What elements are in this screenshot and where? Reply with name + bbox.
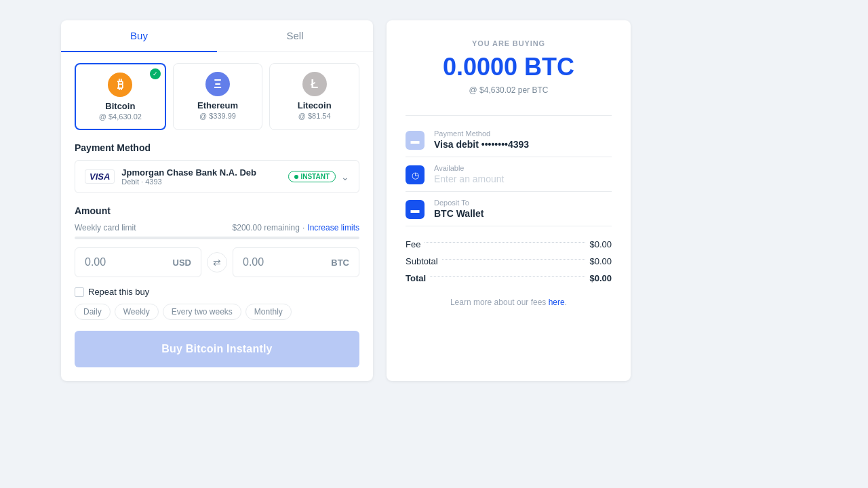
eth-icon: Ξ bbox=[205, 72, 230, 96]
total-label: Total bbox=[406, 273, 426, 283]
tab-bar: Buy Sell bbox=[61, 20, 373, 52]
fee-label: Fee bbox=[406, 239, 420, 249]
ltc-price: @ $81.54 bbox=[277, 112, 352, 120]
tab-sell[interactable]: Sell bbox=[217, 20, 373, 52]
summary-available-row: ◷ Available Enter an amount bbox=[406, 157, 612, 192]
subtotal-row: Subtotal $0.00 bbox=[406, 253, 612, 270]
clock-icon: ◷ bbox=[412, 170, 419, 180]
repeat-row: Repeat this buy Daily Weekly Every two w… bbox=[75, 287, 359, 320]
wallet-icon: ▬ bbox=[411, 205, 420, 215]
weekly-limit-label: Weekly card limit bbox=[75, 223, 136, 232]
instant-badge: INSTANT bbox=[288, 171, 336, 182]
summary-payment-value: Visa debit ••••••••4393 bbox=[434, 139, 529, 150]
available-icon: ◷ bbox=[406, 165, 425, 184]
fee-value: $0.00 bbox=[589, 239, 612, 249]
repeat-biweekly[interactable]: Every two weeks bbox=[163, 304, 241, 320]
limit-right: $200.00 remaining · Increase limits bbox=[233, 223, 359, 232]
btc-price: @ $4,630.02 bbox=[83, 113, 158, 121]
fee-section: Fee $0.00 Subtotal $0.00 Total $0.00 bbox=[406, 236, 612, 287]
learn-more-label: Learn more about our fees bbox=[450, 298, 546, 307]
total-row: Total $0.00 bbox=[406, 270, 612, 287]
subtotal-label: Subtotal bbox=[406, 256, 438, 266]
total-dots bbox=[430, 276, 585, 277]
increase-limits-link[interactable]: Increase limits bbox=[307, 223, 359, 232]
bank-name: Jpmorgan Chase Bank N.A. Deb bbox=[121, 167, 256, 178]
payment-right: INSTANT ⌄ bbox=[288, 171, 349, 182]
repeat-monthly[interactable]: Monthly bbox=[245, 304, 292, 320]
debit-label: Debit · 4393 bbox=[121, 178, 256, 186]
card-icon: ▬ bbox=[411, 136, 420, 146]
total-value: $0.00 bbox=[589, 273, 612, 283]
you-are-buying-label: YOU ARE BUYING bbox=[406, 39, 612, 47]
summary-payment-row: ▬ Payment Method Visa debit ••••••••4393 bbox=[406, 123, 612, 157]
ltc-name: Litecoin bbox=[277, 100, 352, 110]
fee-row: Fee $0.00 bbox=[406, 236, 612, 253]
crypto-card-ltc[interactable]: Ł Litecoin @ $81.54 bbox=[269, 63, 359, 130]
repeat-weekly[interactable]: Weekly bbox=[115, 304, 159, 320]
payment-method-label: Payment Method bbox=[75, 142, 359, 153]
checkbox-box bbox=[75, 287, 84, 297]
payment-method-icon: ▬ bbox=[406, 131, 425, 150]
ltc-icon: Ł bbox=[302, 72, 327, 96]
available-content: Available Enter an amount bbox=[434, 164, 505, 184]
btc-name: Bitcoin bbox=[83, 101, 158, 111]
remaining-text: $200.00 remaining bbox=[233, 223, 300, 232]
eth-name: Ethereum bbox=[180, 100, 256, 110]
subtotal-dots bbox=[442, 259, 586, 260]
summary-payment-label: Payment Method bbox=[434, 129, 529, 138]
order-summary-panel: YOU ARE BUYING 0.0000 BTC @ $4,630.02 pe… bbox=[387, 20, 631, 381]
btc-icon: ₿ bbox=[108, 73, 132, 97]
eth-price: @ $339.99 bbox=[180, 112, 256, 120]
usd-input[interactable] bbox=[85, 256, 170, 268]
payment-method-selector[interactable]: VISA Jpmorgan Chase Bank N.A. Deb Debit … bbox=[75, 160, 359, 193]
instant-label: INSTANT bbox=[300, 173, 330, 180]
buy-panel: Buy Sell ✓ ₿ Bitcoin @ $4,630.02 Ξ Ether… bbox=[61, 20, 373, 381]
divider-1 bbox=[406, 115, 612, 116]
btc-currency-label: BTC bbox=[331, 258, 349, 268]
deposit-content: Deposit To BTC Wallet bbox=[434, 199, 484, 219]
btc-amount-field: BTC bbox=[233, 247, 359, 277]
amount-inputs: USD ⇄ BTC bbox=[75, 247, 359, 277]
repeat-label: Repeat this buy bbox=[88, 287, 149, 297]
selected-check-icon: ✓ bbox=[150, 68, 161, 79]
summary-available-placeholder: Enter an amount bbox=[434, 174, 505, 184]
chevron-down-icon: ⌄ bbox=[341, 171, 349, 182]
summary-deposit-value: BTC Wallet bbox=[434, 208, 484, 219]
instant-dot bbox=[294, 175, 298, 179]
repeat-checkbox[interactable]: Repeat this buy bbox=[75, 287, 149, 297]
buy-bitcoin-button[interactable]: Buy Bitcoin Instantly bbox=[75, 331, 359, 367]
btc-input[interactable] bbox=[243, 256, 328, 268]
learn-more-link[interactable]: here bbox=[549, 298, 565, 307]
fee-dots bbox=[425, 242, 585, 243]
panel-content: ✓ ₿ Bitcoin @ $4,630.02 Ξ Ethereum @ $33… bbox=[61, 52, 373, 381]
payment-method-content: Payment Method Visa debit ••••••••4393 bbox=[434, 129, 529, 150]
weekly-limit-row: Weekly card limit $200.00 remaining · In… bbox=[75, 223, 359, 232]
repeat-options: Daily Weekly Every two weeks Monthly bbox=[75, 304, 292, 320]
crypto-card-btc[interactable]: ✓ ₿ Bitcoin @ $4,630.02 bbox=[75, 63, 166, 130]
tab-buy[interactable]: Buy bbox=[61, 20, 217, 52]
payment-left: VISA Jpmorgan Chase Bank N.A. Deb Debit … bbox=[85, 167, 256, 186]
amount-label: Amount bbox=[75, 205, 359, 216]
progress-bar bbox=[75, 237, 359, 239]
btc-price-per-display: @ $4,630.02 per BTC bbox=[406, 85, 612, 95]
payment-info: Jpmorgan Chase Bank N.A. Deb Debit · 439… bbox=[121, 167, 256, 186]
visa-logo: VISA bbox=[85, 169, 115, 184]
learn-more-text: Learn more about our fees here. bbox=[406, 298, 612, 307]
repeat-daily[interactable]: Daily bbox=[75, 304, 111, 320]
crypto-card-eth[interactable]: Ξ Ethereum @ $339.99 bbox=[173, 63, 263, 130]
crypto-selector: ✓ ₿ Bitcoin @ $4,630.02 Ξ Ethereum @ $33… bbox=[75, 63, 359, 130]
usd-amount-field: USD bbox=[75, 247, 201, 277]
summary-available-label: Available bbox=[434, 164, 505, 172]
deposit-icon: ▬ bbox=[406, 200, 425, 219]
usd-currency-label: USD bbox=[173, 258, 191, 268]
summary-deposit-row: ▬ Deposit To BTC Wallet bbox=[406, 192, 612, 226]
subtotal-value: $0.00 bbox=[589, 256, 612, 266]
btc-amount-display: 0.0000 BTC bbox=[406, 53, 612, 81]
swap-button[interactable]: ⇄ bbox=[207, 252, 227, 272]
summary-deposit-label: Deposit To bbox=[434, 199, 484, 207]
